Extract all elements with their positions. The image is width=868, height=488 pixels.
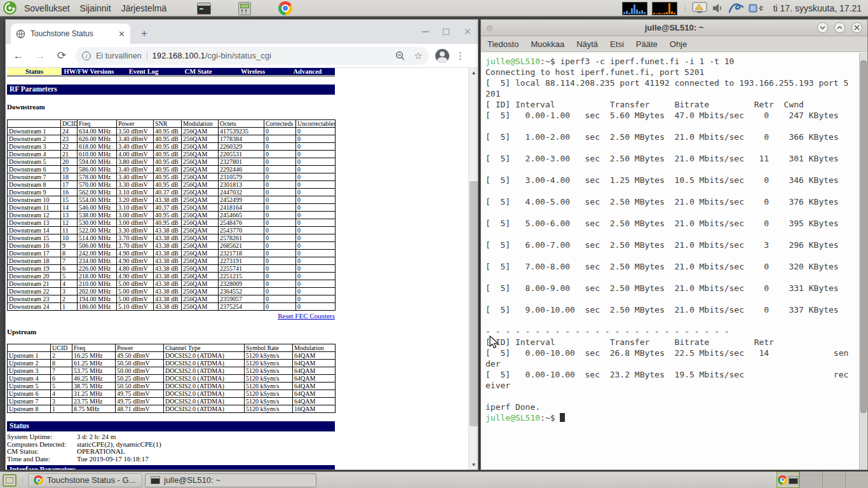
- site-info-icon[interactable]: i: [82, 51, 91, 60]
- browser-menu-icon[interactable]: ⋮: [456, 50, 465, 62]
- bottom-taskbar: ⋮ Touchstone Status - G... julle@SL510: …: [0, 471, 868, 488]
- table-row: Downstream 817570.00 MHz3.30 dBmV40.95 d…: [8, 181, 336, 189]
- terminal-menubar: TiedostoMuokkaaNäytäEtsiPääteOhje: [481, 36, 867, 52]
- table-row: Downstream 718578.00 MHz3.40 dBmV40.95 d…: [8, 173, 336, 181]
- terminal-menu-ohje[interactable]: Ohje: [670, 39, 687, 49]
- panel-menu-sijainnit[interactable]: Sijainnit: [75, 2, 116, 15]
- terminal-scrollbar[interactable]: [859, 53, 867, 470]
- distro-logo-icon[interactable]: [3, 1, 17, 15]
- reload-button[interactable]: ⟳: [54, 49, 69, 62]
- table-row: Upstream 2861.25 MHz50.50 dBmVDOCSIS2.0 …: [8, 360, 336, 367]
- terminal-line: [ ID] Interval Transfer Bitrate Retr: [485, 337, 859, 348]
- nav-tab-event-log[interactable]: Event Log: [116, 68, 171, 75]
- terminal-minimize-button[interactable]: [817, 22, 828, 33]
- terminal-line: [ 5] 0.00-10.00 sec 26.8 MBytes 22.5 Mbi…: [485, 348, 859, 358]
- terminal-launcher-icon[interactable]: [196, 1, 212, 16]
- address-bar[interactable]: i Ei turvallinen 192.168.100.1/cgi-bin/s…: [76, 47, 429, 65]
- terminal-menu-pääte[interactable]: Pääte: [636, 39, 658, 49]
- nav-tab-wireless[interactable]: Wireless: [226, 68, 280, 75]
- table-row: Upstream 1216.25 MHz49.50 dBmVDOCSIS2.0 …: [8, 352, 336, 360]
- terminal-close-button[interactable]: [851, 22, 862, 33]
- downstream-heading: Downstream: [7, 103, 45, 111]
- terminal-body[interactable]: julle@SL510:~$ iperf3 -c iperf.funet.fi …: [481, 53, 859, 470]
- terminal-line: [ 5] 9.00-10.00 sec 2.50 MBytes 21.0 Mbi…: [485, 304, 859, 315]
- battery-icon[interactable]: [749, 3, 765, 14]
- terminal-maximize-button[interactable]: [834, 22, 845, 33]
- table-row: Downstream 1312530.00 MHz3.00 dBmV40.95 …: [8, 219, 336, 227]
- terminal-line: [ 5] 7.00-8.00 sec 2.50 MBytes 21.0 Mbit…: [485, 261, 859, 272]
- zoom-out-icon[interactable]: [395, 51, 405, 61]
- blue-swoosh-applet-icon[interactable]: [728, 2, 744, 15]
- table-row: Downstream 1015554.00 MHz3.20 dBmV43.38 …: [8, 196, 336, 204]
- terminal-menu-näytä[interactable]: Näytä: [576, 39, 598, 49]
- new-tab-button[interactable]: +: [137, 26, 152, 41]
- page-scrollbar[interactable]: ▲ ▼: [468, 68, 478, 470]
- terminal-line: [ 5] 0.00-1.00 sec 5.60 MBytes 47.0 Mbit…: [485, 110, 859, 121]
- scroll-down-arrow[interactable]: ▼: [469, 460, 478, 470]
- security-label[interactable]: Ei turvallinen: [96, 51, 142, 60]
- workspace-4[interactable]: [845, 471, 868, 488]
- task-button-browser[interactable]: Touchstone Status - G...: [28, 473, 142, 487]
- nav-tab-advanced[interactable]: Advanced: [280, 68, 335, 75]
- bookmark-star-icon[interactable]: ☆: [414, 50, 423, 62]
- display-settings-icon[interactable]: [692, 2, 707, 15]
- nav-tab-status[interactable]: Status: [7, 68, 62, 75]
- table-row: Downstream 232194.00 MHz5.00 dBmV43.38 d…: [8, 295, 336, 303]
- calculator-launcher-icon[interactable]: [236, 1, 252, 16]
- status-value: 3 d: 2 h: 24 m: [77, 433, 116, 441]
- task-button-terminal[interactable]: julle@SL510: ~: [145, 473, 316, 487]
- terminal-line: [ 5] 4.00-5.00 sec 2.50 MBytes 21.0 Mbit…: [485, 196, 859, 207]
- browser-toolbar: ← → ⟳ i Ei turvallinen 192.168.100.1/cgi…: [6, 44, 478, 68]
- table-row: Downstream 196226.00 MHz4.80 dBmV43.38 d…: [8, 265, 336, 273]
- terminal-line: [ 5] 6.00-7.00 sec 2.50 MBytes 21.0 Mbit…: [485, 240, 859, 250]
- panel-menu-järjestelmä[interactable]: Järjestelmä: [116, 2, 172, 15]
- table-row: Downstream 1411522.00 MHz3.30 dBmV43.38 …: [8, 227, 336, 234]
- workspace-2[interactable]: [799, 471, 822, 488]
- terminal-line: 201: [485, 88, 859, 99]
- workspace-chrome-icon: [778, 475, 787, 485]
- table-row: Downstream 1114546.00 MHz3.10 dBmV40.37 …: [8, 204, 336, 212]
- terminal-line: [485, 186, 859, 196]
- reset-fec-counters-link[interactable]: Reset FEC Counters: [278, 312, 335, 320]
- back-button[interactable]: ←: [11, 50, 26, 62]
- table-row: Upstream 4646.25 MHz50.25 dBmVDOCSIS2.0 …: [8, 375, 336, 383]
- terminal-scrollbar-handle[interactable]: [860, 60, 867, 413]
- window-menu-icon[interactable]: [487, 25, 492, 31]
- terminal-menu-tiedosto[interactable]: Tiedosto: [487, 39, 519, 49]
- forward-button[interactable]: →: [32, 50, 48, 62]
- panel-menu-sovellukset[interactable]: Sovellukset: [19, 2, 75, 15]
- url-text[interactable]: 192.168.100.1/cgi-bin/status_cgi: [153, 51, 390, 60]
- upstream-table: UCIDFreqPowerChannel TypeSymbol RateModu…: [7, 344, 336, 413]
- tab-close-icon[interactable]: ✕: [118, 29, 125, 39]
- window-list-icon[interactable]: [3, 474, 17, 487]
- workspace-3[interactable]: [822, 471, 845, 488]
- top-panel: SovelluksetSijainnitJärjestelmä ⋮ ti 17.…: [0, 0, 868, 17]
- table-header-row: UCIDFreqPowerChannel TypeSymbol RateModu…: [8, 344, 336, 352]
- browser-tab[interactable]: Touchstone Status ✕: [11, 24, 130, 44]
- terminal-line: Connecting to host iperf.funet.fi, port …: [485, 67, 859, 78]
- upstream-heading: Upstream: [7, 328, 36, 336]
- maximize-button[interactable]: [443, 29, 449, 35]
- minimize-button[interactable]: [422, 31, 429, 32]
- profile-avatar[interactable]: [435, 49, 449, 63]
- terminal-menu-etsi[interactable]: Etsi: [610, 39, 624, 49]
- terminal-window: julle@SL510: ~ TiedostoMuokkaaNäytäEtsiP…: [480, 19, 868, 470]
- status-value: OPERATIONAL: [77, 448, 125, 456]
- terminal-titlebar[interactable]: julle@SL510: ~: [481, 20, 867, 36]
- close-button[interactable]: ✕: [463, 29, 471, 35]
- volume-icon[interactable]: [712, 3, 723, 14]
- nav-tab-hw-fw-versions[interactable]: HW/FW Versions: [62, 68, 116, 75]
- chrome-launcher-icon[interactable]: [277, 1, 293, 16]
- nav-tab-cm-state[interactable]: CM State: [171, 68, 226, 75]
- terminal-line: iperf Done.: [485, 402, 859, 412]
- scroll-up-arrow[interactable]: ▲: [469, 68, 478, 78]
- scrollbar-handle[interactable]: [470, 181, 478, 426]
- terminal-line: [485, 315, 859, 326]
- status-value: Tue 2019-09-17 16:18:17: [77, 456, 149, 463]
- table-row: Downstream 520594.00 MHz3.80 dBmV40.95 d…: [8, 158, 336, 166]
- terminal-menu-muokkaa[interactable]: Muokkaa: [531, 39, 564, 49]
- reset-fec-link-wrap: Reset FEC Counters: [7, 312, 335, 320]
- table-row: Downstream 205218.00 MHz4.90 dBmV43.38 d…: [8, 273, 336, 280]
- workspace-1[interactable]: [776, 471, 799, 488]
- clock[interactable]: ti 17. syyskuuta, 17.21: [770, 3, 865, 13]
